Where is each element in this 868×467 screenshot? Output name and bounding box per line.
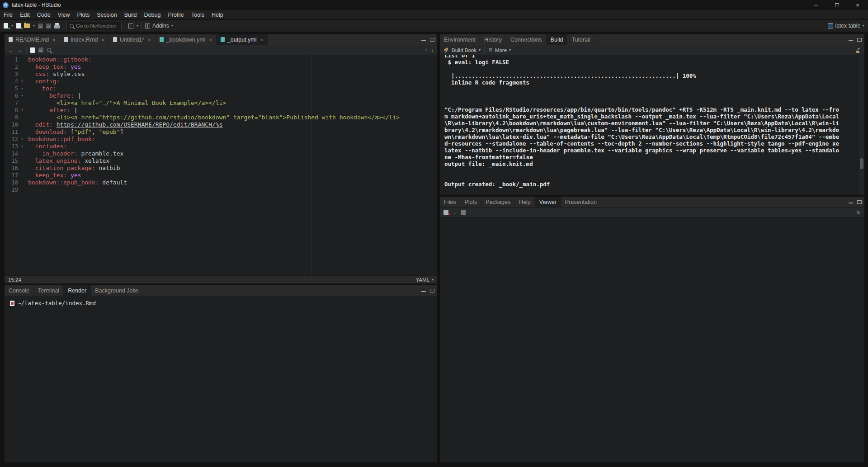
recent-files-dropdown-icon[interactable]: ▾ [33, 24, 35, 28]
menu-file[interactable]: File [0, 10, 16, 19]
find-replace-button[interactable] [47, 48, 51, 52]
minimize-pane-icon[interactable] [849, 200, 853, 203]
minimize-window-button[interactable] [806, 0, 826, 10]
tab-connections[interactable]: Connections [506, 34, 547, 45]
code-line-16[interactable]: 16 citation_package: natbib [5, 165, 437, 172]
maximize-pane-icon[interactable] [857, 38, 862, 42]
minimize-pane-icon[interactable] [849, 38, 853, 41]
tab-console[interactable]: Console [5, 285, 34, 296]
fold-arrow-icon[interactable]: ▾ [18, 92, 26, 99]
close-tab-icon[interactable]: × [148, 37, 151, 42]
menu-view[interactable]: View [54, 10, 74, 19]
maximize-pane-icon[interactable] [430, 38, 434, 42]
tab-environment[interactable]: Environment [440, 34, 480, 45]
jump-next-button[interactable]: ↓ [431, 47, 434, 53]
code-line-3[interactable]: 3 css: style.css [5, 71, 437, 78]
close-tab-icon[interactable]: × [52, 37, 55, 42]
menu-help[interactable]: Help [208, 10, 227, 19]
code-line-17[interactable]: 17 keep_tex: yes [5, 172, 437, 179]
clear-viewer-button[interactable]: × [443, 210, 448, 215]
close-tab-icon[interactable]: × [260, 37, 263, 42]
menu-profile[interactable]: Profile [164, 10, 187, 19]
save-button[interactable] [38, 24, 43, 28]
tab-render[interactable]: Render [64, 285, 91, 296]
close-window-button[interactable]: × [847, 0, 868, 10]
code-line-11[interactable]: 11 download: ["pdf", "epub"] [5, 128, 437, 136]
minimize-pane-icon[interactable] [421, 38, 426, 41]
tab-history[interactable]: History [480, 34, 506, 45]
save-all-button[interactable] [46, 24, 51, 28]
viewer-back-button[interactable]: ← [452, 210, 458, 215]
code-line-10[interactable]: 10 edit: https://github.com/USERNAME/REP… [5, 121, 437, 128]
forward-button[interactable]: → [17, 47, 23, 53]
refresh-viewer-icon[interactable]: ↻ [856, 210, 861, 215]
code-line-12[interactable]: 12▾bookdown::pdf_book: [5, 136, 437, 143]
menu-edit[interactable]: Edit [16, 10, 33, 19]
new-project-button[interactable] [16, 23, 21, 28]
scrollbar-thumb[interactable] [860, 158, 863, 169]
code-line-6[interactable]: 6▾ before: | [5, 92, 437, 99]
tab-readme-md[interactable]: README.md× [5, 34, 60, 45]
build-output[interactable]: List of 1 $ eval: logi FALSE |..........… [440, 52, 864, 191]
tab-bookdown-yml[interactable]: _bookdown.yml× [156, 34, 217, 45]
panes-layout-button[interactable] [128, 24, 133, 28]
menu-session[interactable]: Session [93, 10, 120, 19]
code-line-7[interactable]: 7 <li><a href="./">A Minimal Book Exampl… [5, 99, 437, 107]
show-in-new-window-button[interactable] [30, 47, 35, 53]
print-button[interactable] [54, 24, 60, 28]
build-scrollbar[interactable] [859, 56, 864, 195]
code-line-1[interactable]: 1bookdown::gitbook: [5, 56, 437, 63]
tab-files[interactable]: Files [440, 197, 460, 207]
fold-arrow-icon[interactable]: ▾ [18, 136, 26, 143]
code-line-4[interactable]: 4▾ config: [5, 78, 437, 85]
export-button[interactable] [461, 210, 466, 215]
tab-presentation[interactable]: Presentation [561, 197, 601, 207]
code-line-18[interactable]: 18bookdown::epub_book: default [5, 179, 437, 186]
fold-arrow-icon[interactable]: ▾ [18, 78, 26, 85]
menu-code[interactable]: Code [33, 10, 54, 19]
tab-background-jobs[interactable]: Background Jobs [91, 285, 143, 296]
close-tab-icon[interactable]: × [209, 37, 212, 42]
panes-layout-dropdown-icon[interactable]: ▾ [137, 24, 138, 28]
tab-untitled1[interactable]: Untitled1*× [109, 34, 156, 45]
code-line-14[interactable]: 14 in_header: preamble.tex [5, 150, 437, 157]
goto-file-function-box[interactable] [66, 22, 122, 30]
jump-previous-button[interactable]: ↑ [425, 47, 427, 53]
menu-build[interactable]: Build [121, 10, 141, 19]
project-menu-button[interactable]: latex-table ▾ [828, 23, 864, 29]
render-target-row[interactable]: ~/latex-table/index.Rmd [5, 296, 437, 307]
new-file-dropdown-icon[interactable]: ▾ [11, 24, 13, 28]
code-line-2[interactable]: 2 keep_tex: yes [5, 63, 437, 71]
tab-output-yml[interactable]: _output.yml× [217, 34, 268, 45]
save-source-button[interactable] [38, 47, 43, 52]
file-type-dropdown-icon[interactable]: ▾ [432, 278, 434, 282]
menu-plots[interactable]: Plots [73, 10, 93, 19]
code-line-5[interactable]: 5▾ toc: [5, 85, 437, 92]
menu-debug[interactable]: Debug [141, 10, 165, 19]
tab-index-rmd[interactable]: index.Rmd× [60, 34, 109, 45]
tab-plots[interactable]: Plots [460, 197, 481, 207]
code-line-15[interactable]: 15 latex_engine: xelatex [5, 157, 437, 165]
close-tab-icon[interactable]: × [102, 37, 104, 42]
code-line-8[interactable]: 8▾ after: | [5, 107, 437, 114]
fold-arrow-icon[interactable]: ▾ [18, 107, 26, 114]
open-file-button[interactable] [24, 24, 30, 28]
file-type-label[interactable]: YAML [416, 277, 429, 283]
code-editor[interactable]: 1bookdown::gitbook:2 keep_tex: yes3 css:… [5, 55, 437, 275]
tab-terminal[interactable]: Terminal [34, 285, 64, 296]
addins-button[interactable]: Addins ▾ [145, 23, 173, 29]
clear-build-output-icon[interactable] [855, 47, 861, 53]
code-line-13[interactable]: 13▾ includes: [5, 143, 437, 150]
minimize-pane-icon[interactable] [421, 289, 426, 292]
code-line-19[interactable]: 19 [5, 186, 437, 193]
code-line-9[interactable]: 9 <li><a href="https://github.com/rstudi… [5, 114, 437, 121]
fold-arrow-icon[interactable]: ▾ [18, 85, 26, 92]
tab-build[interactable]: Build [547, 34, 568, 45]
maximize-window-button[interactable] [826, 0, 847, 10]
tab-viewer[interactable]: Viewer [535, 197, 561, 207]
maximize-pane-icon[interactable] [430, 289, 434, 292]
fold-arrow-icon[interactable]: ▾ [18, 143, 26, 150]
tab-packages[interactable]: Packages [481, 197, 515, 207]
menu-tools[interactable]: Tools [188, 10, 208, 19]
new-file-button[interactable] [4, 23, 8, 28]
